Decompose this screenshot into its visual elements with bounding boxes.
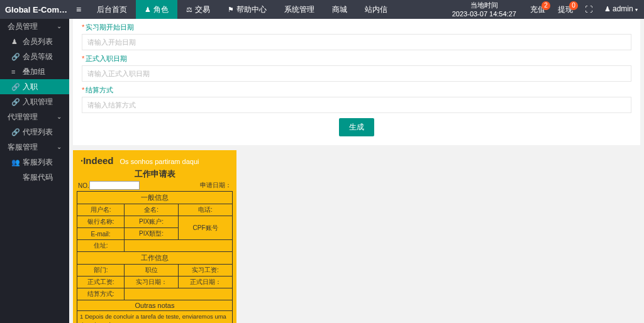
chevron-down-icon: ⌄ — [57, 140, 62, 155]
menu-icon: ≡ — [11, 64, 19, 79]
menu-icon: ♟ — [11, 34, 19, 49]
chevron-down-icon: ⌄ — [57, 109, 62, 124]
menu-icon: 🔗 — [11, 79, 19, 94]
sidebar-item[interactable]: ♟会员列表 — [0, 34, 69, 49]
sidebar-group[interactable]: 会员管理⌄ — [0, 19, 69, 34]
menu-icon: 🔗 — [11, 94, 19, 109]
top-header: Global E-Commerce... ≡ 后台首页 ♟角色 ⚖交易 ⚑帮助中… — [0, 0, 644, 19]
sidebar-group[interactable]: 客服管理⌄ — [0, 140, 69, 155]
fullscreen-icon[interactable]: ⛶ — [579, 0, 598, 19]
form-card: *实习期开始日期 *正式入职日期 *结算方式 生成 — [73, 19, 640, 145]
sidebar-item[interactable]: ≡叠加组 — [0, 64, 69, 79]
label-official-date: *正式入职日期 — [82, 54, 631, 63]
nav-role[interactable]: ♟角色 — [136, 0, 177, 19]
recharge-badge: 2 — [541, 1, 550, 10]
nav-help[interactable]: ⚑帮助中心 — [219, 0, 275, 19]
info-table: 一般信息 用户名:全名:电话: 银行名称:PIX账户:CPF账号 E-mail:… — [77, 191, 233, 300]
label-settlement: *结算方式 — [82, 85, 631, 95]
sidebar-item[interactable]: 🔗入职 — [0, 79, 69, 94]
nav-home[interactable]: 后台首页 — [88, 0, 136, 19]
label-intern-start: *实习期开始日期 — [82, 23, 631, 32]
menu-icon: 👥 — [11, 155, 19, 170]
recharge-button[interactable]: 充值2 — [524, 0, 552, 19]
chevron-down-icon: ⌄ — [57, 19, 62, 34]
top-nav: 后台首页 ♟角色 ⚖交易 ⚑帮助中心 系统管理 商城 站内信 — [88, 0, 396, 19]
withdraw-badge: 0 — [569, 1, 578, 10]
main-content: *实习期开始日期 *正式入职日期 *结算方式 生成 ·Indeed Os son… — [69, 19, 644, 323]
input-official-date[interactable] — [82, 65, 631, 82]
sidebar-group[interactable]: 代理管理⌄ — [0, 109, 69, 124]
notes-body: 1 Depois de concluir a tarefa de teste, … — [77, 311, 233, 323]
notes-header: Outras notas — [77, 300, 233, 311]
indeed-logo: ·Indeed — [80, 155, 114, 166]
nav-trade[interactable]: ⚖交易 — [177, 0, 219, 19]
user-icon: ♟ — [145, 0, 151, 19]
header-right: 当地时间 2023-03-07 14:54:27 充值2 提现0 ⛶ ♟ adm… — [445, 0, 644, 19]
menu-icon: 🔗 — [11, 124, 19, 140]
sidebar-item[interactable]: 🔗会员等级 — [0, 49, 69, 64]
withdraw-button[interactable]: 提现0 — [552, 0, 579, 19]
card-date-label: 申请日期： — [200, 181, 231, 190]
sidebar: 会员管理⌄♟会员列表🔗会员等级≡叠加组🔗入职🔗入职管理代理管理⌄🔗代理列表客服管… — [0, 19, 69, 323]
generate-button[interactable]: 生成 — [339, 118, 374, 136]
application-card: ·Indeed Os sonhos partiram daqui 工作申请表 N… — [73, 150, 236, 323]
nav-mall[interactable]: 商城 — [323, 0, 356, 19]
card-slogan: Os sonhos partiram daqui — [120, 158, 199, 165]
nav-msg[interactable]: 站内信 — [356, 0, 396, 19]
sidebar-item[interactable]: 🔗入职管理 — [0, 94, 69, 109]
app-logo: Global E-Commerce... — [0, 5, 69, 14]
sidebar-item[interactable]: 客服代码 — [0, 170, 69, 185]
hamburger-icon[interactable]: ≡ — [69, 4, 88, 14]
user-menu[interactable]: ♟ admin ▾ — [598, 0, 644, 19]
local-time: 当地时间 2023-03-07 14:54:27 — [445, 1, 524, 18]
sidebar-item[interactable]: 🔗代理列表 — [0, 124, 69, 140]
flag-icon: ⚑ — [228, 0, 234, 19]
scale-icon: ⚖ — [186, 0, 192, 19]
sidebar-item[interactable]: 👥客服列表 — [0, 155, 69, 170]
card-no-input[interactable] — [89, 181, 140, 190]
input-intern-start[interactable] — [82, 34, 631, 50]
nav-system[interactable]: 系统管理 — [275, 0, 323, 19]
card-title: 工作申请表 — [77, 168, 233, 180]
input-settlement[interactable] — [82, 97, 631, 113]
menu-icon: 🔗 — [11, 49, 19, 64]
